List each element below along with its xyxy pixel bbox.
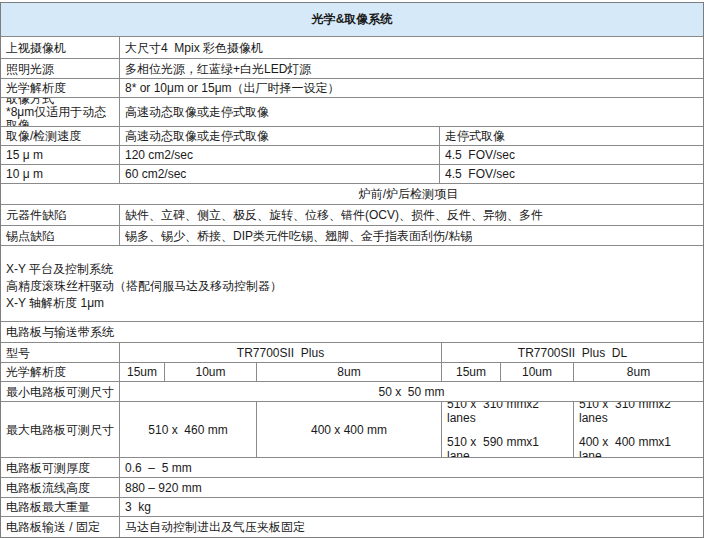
row-capture-mode-value: 高速动态取像或走停式取像 (119, 98, 703, 126)
board-thickness-value: 0.6 – 5 mm (119, 458, 703, 477)
row-optical-resolution: 光学解析度 8* or 10μm or 15μm（出厂时择一设定） (1, 78, 703, 97)
inspection-section-title: 炉前/炉后检测项目 (1, 184, 703, 204)
row-component-defects-value: 缺件、立碑、侧立、极反、旋转、位移、错件(OCV)、损件、反件、异物、多件 (119, 205, 703, 225)
xy-platform-line1: X-Y 平台及控制系统 (6, 261, 698, 278)
row-speed-10um-value2: 4.5 FOV/sec (439, 165, 703, 183)
board-res-col-5: 10um (500, 363, 573, 381)
board-max-weight-value: 3 kg (119, 498, 703, 516)
row-speed-10um: 10 μ m 60 cm2/sec 4.5 FOV/sec (1, 164, 703, 183)
row-component-defects-label: 元器件缺陷 (1, 205, 119, 225)
row-speed-15um-value2: 4.5 FOV/sec (439, 146, 703, 164)
max-board-size-col-4: 510 x 310 mmx2 lanes 400 x 400 mmx1 lane (573, 402, 703, 457)
board-res-col-2: 10um (164, 363, 256, 381)
table-header-row: 光学&取像系统 (1, 3, 703, 36)
row-solder-defects-value: 锡多、锡少、桥接、DIP类元件吃锡、翘脚、金手指表面刮伤/粘锡 (119, 226, 703, 245)
row-board-resolution: 光学解析度 15um 10um 8um 15um 10um 8um (1, 362, 703, 381)
row-speed-15um: 15 μ m 120 cm2/sec 4.5 FOV/sec (1, 145, 703, 164)
row-optical-resolution-value: 8* or 10μm or 15μm（出厂时择一设定） (119, 79, 703, 97)
row-speed-15um-value1: 120 cm2/sec (119, 146, 439, 164)
xy-platform-line3: X-Y 轴解析度 1μm (6, 295, 698, 312)
row-board-max-weight: 电路板最大重量 3 kg (1, 497, 703, 516)
row-board-max-weight-label: 电路板最大重量 (1, 498, 119, 516)
row-solder-defects: 锡点缺陷 锡多、锡少、桥接、DIP类元件吃锡、翘脚、金手指表面刮伤/粘锡 (1, 225, 703, 245)
row-max-board-size-label: 最大电路板可测尺寸 (1, 402, 119, 457)
row-capture-speed: 取像/检测速度 高速动态取像或走停式取像 走停式取像 (1, 126, 703, 145)
row-board-section: 电路板与输送带系统 (1, 321, 703, 342)
table-title: 光学&取像系统 (312, 11, 393, 28)
model-left: TR7700SII Plus (119, 343, 441, 362)
row-board-thickness: 电路板可测厚度 0.6 – 5 mm (1, 457, 703, 477)
row-inspection-section: 炉前/炉后检测项目 (1, 183, 703, 204)
row-optical-resolution-label: 光学解析度 (1, 79, 119, 97)
max-board-size-col-1: 510 x 460 mm (119, 402, 256, 457)
row-speed-10um-value1: 60 cm2/sec (119, 165, 439, 183)
spec-sheet-page: 光学&取像系统 上视摄像机 大尺寸4 Mpix 彩色摄像机 照明光源 多相位光源… (0, 0, 704, 538)
max-board-size-col-3-line2: 510 x 590 mmx1 lane (447, 435, 568, 458)
row-capture-speed-value1: 高速动态取像或走停式取像 (119, 127, 439, 145)
min-board-size-value: 50 x 50 mm (119, 382, 703, 401)
max-board-size-col-4-line1: 510 x 310 mmx2 lanes (579, 402, 698, 425)
row-max-board-size: 最大电路板可测尺寸 510 x 460 mm 400 x 400 mm 510 … (1, 401, 703, 457)
board-conveyor-value: 马达自动控制进出及气压夹板固定 (119, 517, 703, 537)
board-flow-height-value: 880 – 920 mm (119, 478, 703, 497)
row-board-conveyor-label: 电路板输送 / 固定 (1, 517, 119, 537)
row-camera-label: 上视摄像机 (1, 37, 119, 58)
row-min-board-size-label: 最小电路板可测尺寸 (1, 382, 119, 401)
row-board-flow-height-label: 电路板流线高度 (1, 478, 119, 497)
row-board-flow-height: 电路板流线高度 880 – 920 mm (1, 477, 703, 497)
spec-table: 光学&取像系统 上视摄像机 大尺寸4 Mpix 彩色摄像机 照明光源 多相位光源… (0, 2, 704, 538)
xy-platform-block: X-Y 平台及控制系统 高精度滚珠丝杆驱动（搭配伺服马达及移动控制器） X-Y … (1, 245, 703, 321)
row-component-defects: 元器件缺陷 缺件、立碑、侧立、极反、旋转、位移、错件(OCV)、损件、反件、异物… (1, 204, 703, 225)
row-capture-speed-value2: 走停式取像 (439, 127, 703, 145)
row-board-thickness-label: 电路板可测厚度 (1, 458, 119, 477)
board-res-col-3: 8um (256, 363, 441, 381)
row-capture-mode: 取像方式 *8μm仅适用于动态取像 高速动态取像或走停式取像 (1, 97, 703, 126)
row-capture-mode-label: 取像方式 *8μm仅适用于动态取像 (1, 98, 119, 126)
max-board-size-col-3: 510 x 310 mmx2 lanes 510 x 590 mmx1 lane (441, 402, 573, 457)
board-res-col-6: 8um (573, 363, 703, 381)
board-res-col-4: 15um (441, 363, 500, 381)
row-light: 照明光源 多相位光源，红蓝绿+白光LED灯源 (1, 58, 703, 78)
max-board-size-col-3-line1: 510 x 310 mmx2 lanes (447, 402, 568, 425)
xy-platform-line2: 高精度滚珠丝杆驱动（搭配伺服马达及移动控制器） (6, 278, 698, 295)
row-camera-value: 大尺寸4 Mpix 彩色摄像机 (119, 37, 703, 58)
row-light-label: 照明光源 (1, 59, 119, 78)
capture-mode-label-line2: *8μm仅适用于动态取像 (6, 106, 114, 127)
row-speed-10um-label: 10 μ m (1, 165, 119, 183)
row-board-conveyor: 电路板输送 / 固定 马达自动控制进出及气压夹板固定 (1, 516, 703, 537)
board-section-title: 电路板与输送带系统 (1, 322, 703, 342)
row-speed-15um-label: 15 μ m (1, 146, 119, 164)
row-camera: 上视摄像机 大尺寸4 Mpix 彩色摄像机 (1, 36, 703, 58)
board-res-col-1: 15um (119, 363, 164, 381)
model-right: TR7700SII Plus DL (441, 343, 703, 362)
row-light-value: 多相位光源，红蓝绿+白光LED灯源 (119, 59, 703, 78)
row-min-board-size: 最小电路板可测尺寸 50 x 50 mm (1, 381, 703, 401)
row-board-resolution-label: 光学解析度 (1, 363, 119, 381)
row-solder-defects-label: 锡点缺陷 (1, 226, 119, 245)
max-board-size-col-4-line2: 400 x 400 mmx1 lane (579, 435, 698, 458)
row-model: 型号 TR7700SII Plus TR7700SII Plus DL (1, 342, 703, 362)
row-model-label: 型号 (1, 343, 119, 362)
max-board-size-col-2: 400 x 400 mm (256, 402, 441, 457)
row-capture-speed-label: 取像/检测速度 (1, 127, 119, 145)
